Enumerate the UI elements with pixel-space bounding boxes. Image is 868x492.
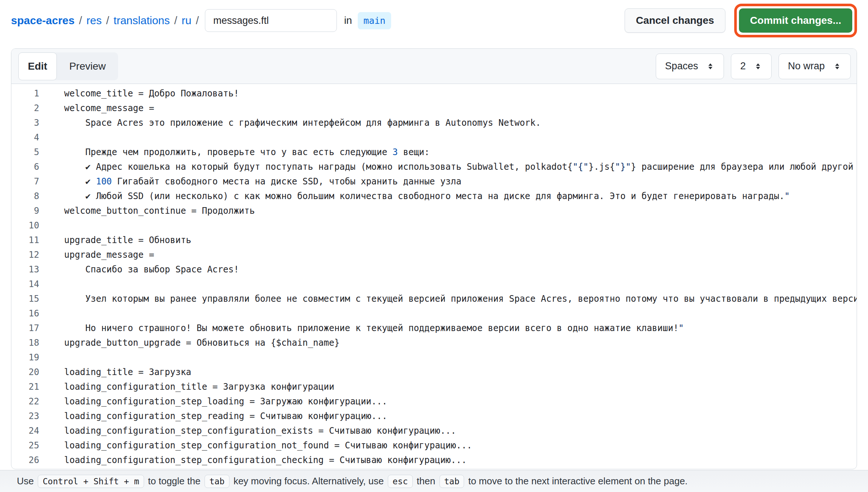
code-line-text[interactable]: upgrade_button_upgrade = Обновиться на {… [39,335,857,350]
line-number: 3 [11,115,39,130]
code-line-text[interactable] [39,350,857,365]
line-number: 19 [11,350,39,365]
line-number: 4 [11,130,39,145]
filename-input[interactable] [205,9,337,32]
code-line: 4 [11,130,857,145]
code-line-text[interactable]: ✔ Адрес кошелька на который будут поступ… [39,159,857,174]
code-line: 14 [11,277,857,291]
code-line-text[interactable]: Узел которым вы ранее управляли более не… [39,291,857,306]
line-number: 8 [11,189,39,203]
line-number: 14 [11,277,39,291]
wrap-mode-select[interactable]: No wrap [779,54,851,79]
breadcrumb-separator: / [170,14,181,27]
code-line: 24loading_configuration_step_configurati… [11,423,857,438]
code-line-text[interactable]: Но ничего страшного! Вы можете обновить … [39,321,857,335]
code-line: 17 Но ничего страшного! Вы можете обнови… [11,321,857,335]
line-number: 22 [11,394,39,409]
code-line: 6 ✔ Адрес кошелька на который будут пост… [11,159,857,174]
tab-preview[interactable]: Preview [57,52,118,80]
code-line: 19 [11,350,857,365]
code-line-text[interactable]: Прежде чем продолжить, проверьте что у в… [39,145,857,159]
footer-text: Use [17,476,36,487]
edit-preview-tabs: Edit Preview [18,52,118,80]
code-line: 3 Space Acres это приложение с графическ… [11,115,857,130]
line-number: 7 [11,174,39,189]
code-line-text[interactable]: ✔ Любой SSD (или несколько) с как можно … [39,189,857,203]
indent-size-value: 2 [740,60,746,72]
code-line: 16 [11,306,857,321]
footer-text: then [414,476,438,487]
code-line-text[interactable]: upgrade_message = [39,247,857,262]
line-number: 6 [11,159,39,174]
code-line-text[interactable]: welcome_message = [39,101,857,115]
code-line-text[interactable]: Space Acres это приложение с графическим… [39,115,857,130]
footer-text: to toggle the [146,476,203,487]
footer-text: key moving focus. Alternatively, use [231,476,386,487]
line-number: 5 [11,145,39,159]
code-line-text[interactable]: ✔ 100 Гигабайт свободного места на диске… [39,174,857,189]
code-line: 1welcome_title = Добро Пожаловать! [11,86,857,101]
line-number: 17 [11,321,39,335]
footer-text: to move to the next interactive element … [466,476,688,487]
code-line: 12upgrade_message = [11,247,857,262]
line-number: 11 [11,233,39,247]
commit-changes-button[interactable]: Commit changes... [739,8,852,33]
code-line: 10 [11,218,857,233]
code-line-text[interactable] [39,130,857,145]
keyboard-shortcut-chip: tab [439,475,464,488]
code-line-text[interactable] [39,306,857,321]
chevron-up-down-icon [706,62,715,71]
code-line-text[interactable]: loading_configuration_step_reading = Счи… [39,409,857,423]
code-line-text[interactable]: upgrade_title = Обновить [39,233,857,247]
indent-size-select[interactable]: 2 [731,54,772,79]
branch-badge[interactable]: main [358,12,391,29]
code-line: 20loading_title = Загрузка [11,365,857,379]
breadcrumb: space-acres/res/translations/ru/ [11,14,203,27]
line-number: 26 [11,453,39,467]
code-line-text[interactable]: loading_title = Загрузка [39,365,857,379]
breadcrumb-link-ru[interactable]: ru [182,14,192,27]
line-number: 20 [11,365,39,379]
breadcrumb-link-translations[interactable]: translations [114,14,170,27]
breadcrumb-link-space-acres[interactable]: space-acres [11,14,74,27]
code-line: 8 ✔ Любой SSD (или несколько) с как можн… [11,189,857,203]
code-line-text[interactable]: loading_configuration_step_configuration… [39,438,857,453]
code-line: 5 Прежде чем продолжить, проверьте что у… [11,145,857,159]
code-line-text[interactable]: welcome_button_continue = Продолжить [39,203,857,218]
code-line-text[interactable]: Спасибо за выбор Space Acres! [39,262,857,277]
line-number: 16 [11,306,39,321]
line-number: 2 [11,101,39,115]
line-number: 13 [11,262,39,277]
file-editor: Edit Preview Spaces 2 No wrap 1welcome_t… [11,48,857,469]
editor-toolbar: Edit Preview Spaces 2 No wrap [11,49,857,84]
code-line-text[interactable] [39,277,857,291]
tab-edit[interactable]: Edit [18,52,57,80]
code-line: 7 ✔ 100 Гигабайт свободного места на дис… [11,174,857,189]
line-number: 18 [11,335,39,350]
line-number: 23 [11,409,39,423]
accessibility-footer: Use Control + Shift + m to toggle the ta… [0,470,868,492]
indent-mode-select[interactable]: Spaces [656,54,724,79]
line-number: 25 [11,438,39,453]
line-number: 21 [11,379,39,394]
in-label: in [344,15,352,26]
line-number: 10 [11,218,39,233]
code-line-text[interactable]: loading_configuration_step_configuration… [39,423,857,438]
cancel-changes-button[interactable]: Cancel changes [625,8,725,33]
keyboard-shortcut-chip: esc [388,475,413,488]
chevron-up-down-icon [754,62,762,71]
code-line-text[interactable]: loading_configuration_step_loading = Заг… [39,394,857,409]
line-number: 9 [11,203,39,218]
code-line-text[interactable] [39,218,857,233]
code-line-text[interactable]: welcome_title = Добро Пожаловать! [39,86,857,101]
code-line-text[interactable]: loading_configuration_step_configuration… [39,453,857,467]
breadcrumb-separator: / [74,14,86,27]
code-line-text[interactable]: loading_configuration_title = Загрузка к… [39,379,857,394]
code-editor[interactable]: 1welcome_title = Добро Пожаловать!2welco… [11,84,857,469]
wrap-mode-value: No wrap [788,60,825,72]
code-line: 25loading_configuration_step_configurati… [11,438,857,453]
keyboard-shortcut-chip: Control + Shift + m [38,475,144,488]
breadcrumb-link-res[interactable]: res [87,14,102,27]
code-line: 11upgrade_title = Обновить [11,233,857,247]
line-number: 15 [11,291,39,306]
